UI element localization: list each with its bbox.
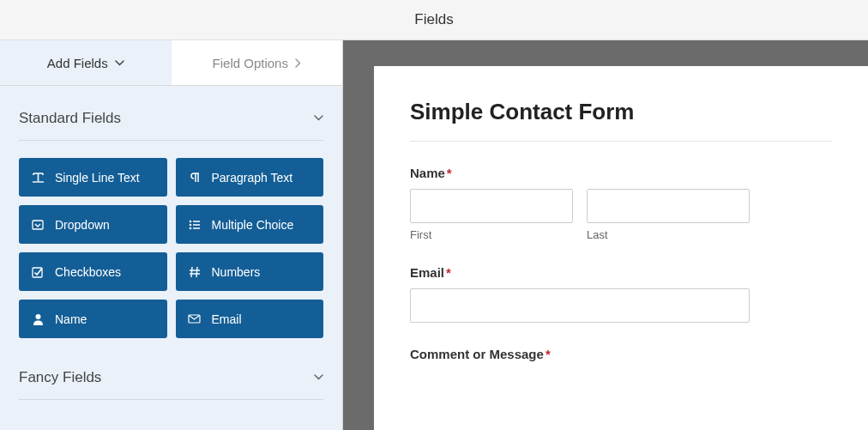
field-label: Checkboxes [55,265,121,279]
field-label: Name [55,312,87,326]
name-first-col: First [410,189,573,241]
page-title: Fields [414,11,453,28]
standard-fields-grid: Single Line Text Paragraph Text Dropdown [19,141,323,355]
chevron-right-icon [295,58,301,68]
field-label: Single Line Text [55,171,140,185]
chevron-down-icon [314,374,323,380]
email-label: Email* [410,265,832,280]
email-label-text: Email [410,265,444,280]
required-indicator: * [446,265,451,280]
svg-rect-0 [33,221,43,229]
last-sublabel: Last [587,228,750,241]
section-header-standard[interactable]: Standard Fields [19,96,323,141]
page-header: Fields [0,0,868,40]
form-title: Simple Contact Form [410,99,832,125]
name-label: Name* [410,166,832,180]
tab-add-fields[interactable]: Add Fields [0,40,172,85]
svg-point-2 [189,223,191,226]
list-icon [188,220,202,230]
checkbox-icon [31,266,45,278]
field-numbers[interactable]: Numbers [176,252,324,291]
dropdown-icon [31,219,45,231]
field-label: Dropdown [55,218,110,232]
name-row: First Last [410,189,832,241]
sidebar: Add Fields Field Options Standard Fields [0,40,343,430]
form-field-comment: Comment or Message* [410,347,832,361]
required-indicator: * [546,347,551,361]
svg-point-1 [189,220,191,222]
field-dropdown[interactable]: Dropdown [19,205,167,244]
first-name-input[interactable] [410,189,573,223]
section-header-fancy[interactable]: Fancy Fields [19,355,323,400]
svg-point-3 [189,227,191,229]
svg-point-5 [35,314,40,319]
field-label: Email [212,312,242,326]
form-field-name: Name* First Last [410,166,832,241]
comment-label-text: Comment or Message [410,347,544,361]
field-label: Numbers [212,265,261,279]
user-icon [31,313,45,325]
name-label-text: Name [410,166,445,180]
form-canvas-wrap: Simple Contact Form Name* First Last [343,40,868,430]
tab-add-fields-label: Add Fields [47,56,108,70]
hash-icon [188,266,202,278]
field-paragraph-text[interactable]: Paragraph Text [176,158,324,197]
chevron-down-icon [115,60,124,66]
section-title-standard: Standard Fields [19,110,121,127]
field-email[interactable]: Email [176,300,324,338]
field-name[interactable]: Name [19,300,167,338]
email-input[interactable] [410,288,750,323]
field-label: Paragraph Text [212,171,293,185]
form-field-email: Email* [410,265,832,323]
field-multiple-choice[interactable]: Multiple Choice [176,205,324,244]
tab-field-options-label: Field Options [213,56,288,70]
first-sublabel: First [410,228,573,241]
paragraph-icon [188,172,202,184]
last-name-input[interactable] [587,189,750,223]
form-canvas[interactable]: Simple Contact Form Name* First Last [374,66,868,430]
text-icon [31,172,45,183]
section-title-fancy: Fancy Fields [19,369,101,386]
required-indicator: * [447,166,452,180]
field-single-line-text[interactable]: Single Line Text [19,158,167,197]
section-standard-fields: Standard Fields Single Line Text Parag [0,96,342,400]
sidebar-tabs: Add Fields Field Options [0,40,342,86]
field-checkboxes[interactable]: Checkboxes [19,252,167,291]
form-divider [410,141,832,142]
name-last-col: Last [587,189,750,241]
main-layout: Add Fields Field Options Standard Fields [0,40,868,430]
envelope-icon [188,314,202,324]
field-label: Multiple Choice [212,218,294,232]
tab-field-options[interactable]: Field Options [172,40,343,85]
chevron-down-icon [314,115,323,121]
comment-label: Comment or Message* [410,347,832,361]
